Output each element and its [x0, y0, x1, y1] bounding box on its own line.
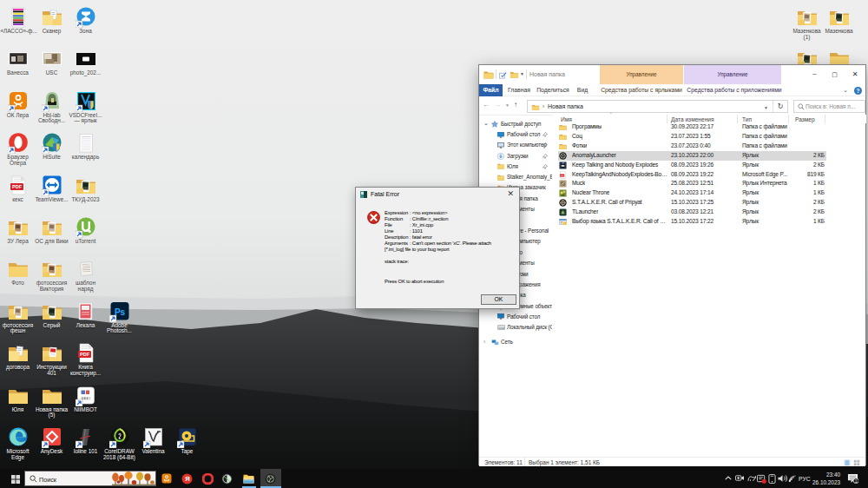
svg-text:PDF: PDF	[560, 175, 564, 177]
svg-text:PDF: PDF	[80, 352, 90, 357]
svg-text:1: 1	[855, 478, 858, 484]
svg-text:?: ?	[857, 88, 860, 94]
svg-text:PDF: PDF	[12, 184, 23, 189]
svg-text:Я: Я	[185, 475, 189, 483]
